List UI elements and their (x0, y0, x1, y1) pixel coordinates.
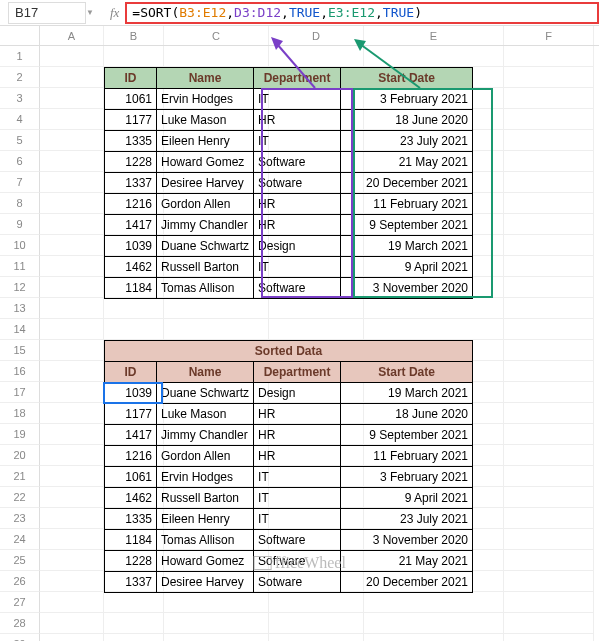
cell-date[interactable]: 21 May 2021 (341, 551, 473, 572)
row-header[interactable]: 17 (0, 382, 40, 403)
row-header[interactable]: 8 (0, 193, 40, 214)
row-header[interactable]: 24 (0, 529, 40, 550)
cell-name[interactable]: Howard Gomez (157, 152, 254, 173)
cell-id[interactable]: 1216 (105, 446, 157, 467)
cell-name[interactable]: Desiree Harvey (157, 173, 254, 194)
cell-name[interactable]: Luke Mason (157, 110, 254, 131)
cell-date[interactable]: 9 April 2021 (341, 488, 473, 509)
cell-id[interactable]: 1417 (105, 425, 157, 446)
spreadsheet-grid[interactable]: A B C D E F 1234567891011121314151617181… (0, 26, 599, 641)
row-header[interactable]: 18 (0, 403, 40, 424)
cell-id[interactable]: 1184 (105, 530, 157, 551)
cell-name[interactable]: Tomas Allison (157, 530, 254, 551)
cell-id[interactable]: 1462 (105, 488, 157, 509)
cell-dept[interactable]: IT (254, 509, 341, 530)
cell-dept[interactable]: IT (254, 89, 341, 110)
cell-id[interactable]: 1417 (105, 215, 157, 236)
col-header[interactable]: A (40, 26, 104, 45)
cell-date[interactable]: 3 November 2020 (341, 278, 473, 299)
cell-ref-dropdown-icon[interactable]: ▼ (86, 8, 94, 17)
cell-dept[interactable]: IT (254, 467, 341, 488)
cell-id[interactable]: 1061 (105, 467, 157, 488)
cell-id[interactable]: 1337 (105, 572, 157, 593)
cell-id[interactable]: 1228 (105, 551, 157, 572)
cell-name[interactable]: Gordon Allen (157, 194, 254, 215)
cell-date[interactable]: 23 July 2021 (341, 509, 473, 530)
row-header[interactable]: 29 (0, 634, 40, 641)
row-header[interactable]: 9 (0, 214, 40, 235)
cell-date[interactable]: 20 December 2021 (341, 173, 473, 194)
col-header[interactable]: C (164, 26, 269, 45)
cell-dept[interactable]: Sotware (254, 572, 341, 593)
col-header[interactable]: E (364, 26, 504, 45)
cell-date[interactable]: 9 April 2021 (341, 257, 473, 278)
cell-id[interactable]: 1184 (105, 278, 157, 299)
cell-dept[interactable]: Design (254, 383, 341, 404)
row-header[interactable]: 1 (0, 46, 40, 67)
cell-dept[interactable]: IT (254, 131, 341, 152)
cell-dept[interactable]: HR (254, 404, 341, 425)
cell-dept[interactable]: Software (254, 530, 341, 551)
col-header[interactable]: B (104, 26, 164, 45)
row-header[interactable]: 11 (0, 256, 40, 277)
cell-date[interactable]: 9 September 2021 (341, 215, 473, 236)
cell-date[interactable]: 3 February 2021 (341, 89, 473, 110)
cell-name[interactable]: Ervin Hodges (157, 89, 254, 110)
row-header[interactable]: 4 (0, 109, 40, 130)
cell-date[interactable]: 21 May 2021 (341, 152, 473, 173)
cell-dept[interactable]: Software (254, 152, 341, 173)
row-header[interactable]: 19 (0, 424, 40, 445)
cell-name[interactable]: Tomas Allison (157, 278, 254, 299)
cell-dept[interactable]: HR (254, 215, 341, 236)
cell-name[interactable]: Eileen Henry (157, 131, 254, 152)
row-header[interactable]: 5 (0, 130, 40, 151)
cell-dept[interactable]: Software (254, 278, 341, 299)
row-header[interactable]: 22 (0, 487, 40, 508)
cell-id[interactable]: 1228 (105, 152, 157, 173)
cell-name[interactable]: Jimmy Chandler (157, 215, 254, 236)
cell-name[interactable]: Howard Gomez (157, 551, 254, 572)
row-header[interactable]: 14 (0, 319, 40, 340)
row-header[interactable]: 6 (0, 151, 40, 172)
row-header[interactable]: 16 (0, 361, 40, 382)
row-header[interactable]: 25 (0, 550, 40, 571)
cell-name[interactable]: Eileen Henry (157, 509, 254, 530)
cell-id[interactable]: 1039 (105, 236, 157, 257)
row-header[interactable]: 13 (0, 298, 40, 319)
cell-id[interactable]: 1061 (105, 89, 157, 110)
cell-id[interactable]: 1039 (105, 383, 157, 404)
cell-dept[interactable]: HR (254, 425, 341, 446)
cell-date[interactable]: 20 December 2021 (341, 572, 473, 593)
cell-date[interactable]: 9 September 2021 (341, 425, 473, 446)
row-header[interactable]: 2 (0, 67, 40, 88)
cell-date[interactable]: 19 March 2021 (341, 383, 473, 404)
cell-name[interactable]: Duane Schwartz (157, 236, 254, 257)
cell-id[interactable]: 1335 (105, 509, 157, 530)
cell-dept[interactable]: IT (254, 257, 341, 278)
cell-dept[interactable]: HR (254, 194, 341, 215)
cell-date[interactable]: 11 February 2021 (341, 446, 473, 467)
row-header[interactable]: 10 (0, 235, 40, 256)
cell-date[interactable]: 19 March 2021 (341, 236, 473, 257)
row-header[interactable]: 15 (0, 340, 40, 361)
col-header[interactable]: F (504, 26, 594, 45)
cell-dept[interactable]: Design (254, 236, 341, 257)
row-header[interactable]: 21 (0, 466, 40, 487)
cell-date[interactable]: 3 November 2020 (341, 530, 473, 551)
formula-bar[interactable]: =SORT(B3:E12,D3:D12,TRUE,E3:E12,TRUE) (125, 2, 599, 24)
cell-date[interactable]: 11 February 2021 (341, 194, 473, 215)
row-header[interactable]: 7 (0, 172, 40, 193)
cell-dept[interactable]: Sotware (254, 173, 341, 194)
cell-dept[interactable]: HR (254, 110, 341, 131)
cells-area[interactable]: ID Name Department Start Date 1061Ervin … (40, 46, 599, 641)
col-header[interactable]: D (269, 26, 364, 45)
cell-date[interactable]: 18 June 2020 (341, 110, 473, 131)
row-header[interactable]: 12 (0, 277, 40, 298)
row-header[interactable]: 23 (0, 508, 40, 529)
row-header[interactable]: 28 (0, 613, 40, 634)
cell-name[interactable]: Jimmy Chandler (157, 425, 254, 446)
row-header[interactable]: 26 (0, 571, 40, 592)
cell-id[interactable]: 1335 (105, 131, 157, 152)
cell-dept[interactable]: HR (254, 446, 341, 467)
cell-id[interactable]: 1177 (105, 404, 157, 425)
